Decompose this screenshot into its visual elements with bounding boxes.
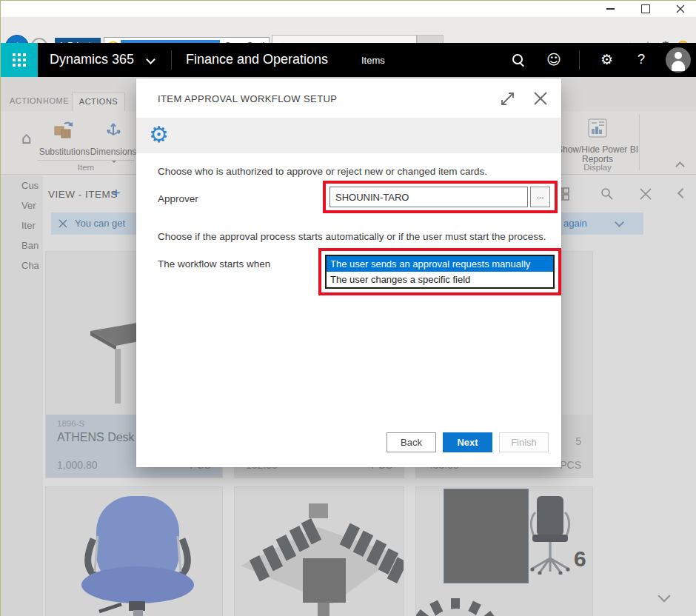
dialog-title: ITEM APPROVAL WORKFLOW SETUP — [158, 93, 337, 104]
close-icon — [676, 4, 685, 13]
minimize-icon — [606, 8, 615, 10]
annotation-red-box-listbox — [318, 248, 561, 295]
approver-label: Approver — [158, 193, 198, 204]
approver-instruction: Choose who is authorized to approve or r… — [158, 166, 487, 177]
chevron-down-icon — [146, 55, 155, 64]
item-approval-workflow-dialog: ITEM APPROVAL WORKFLOW SETUP ⚙ Choose wh… — [136, 78, 561, 467]
navbar-divider — [171, 50, 172, 70]
page-title: Items — [361, 55, 385, 66]
waffle-icon — [13, 53, 16, 56]
next-button[interactable]: Next — [443, 432, 492, 452]
feedback-smiley-icon[interactable]: ☺ — [546, 53, 561, 67]
workflow-instruction: Choose if the approval process starts au… — [158, 231, 546, 242]
workflow-starts-label: The workflow starts when — [158, 258, 270, 270]
window-close-button[interactable] — [668, 1, 693, 17]
user-avatar[interactable] — [666, 47, 691, 73]
browser-navigation-bar: InPrivate YALQBT&page=31&dc=0 View - It — [1, 17, 696, 43]
workflow-gear-icon: ⚙ — [149, 124, 169, 146]
app-name[interactable]: Finance and Operations — [186, 52, 328, 67]
settings-gear-icon[interactable]: ⚙ — [600, 53, 613, 67]
finish-button: Finish — [499, 432, 549, 452]
navbar-divider — [579, 50, 580, 70]
expand-dialog-icon[interactable] — [499, 90, 516, 107]
product-name[interactable]: Dynamics 365 — [50, 52, 134, 67]
help-icon[interactable]: ? — [638, 52, 645, 67]
maximize-icon — [641, 4, 650, 13]
annotation-red-box-approver — [323, 181, 558, 213]
browser-window: InPrivate YALQBT&page=31&dc=0 View - It — [0, 0, 696, 616]
window-minimize-button[interactable] — [598, 1, 623, 17]
window-maximize-button[interactable] — [633, 1, 658, 17]
search-icon[interactable] — [512, 53, 525, 67]
window-titlebar — [1, 1, 696, 17]
close-dialog-icon[interactable] — [532, 90, 549, 107]
dynamics-navbar: Dynamics 365 Finance and Operations Item… — [1, 43, 696, 77]
avatar-person-icon — [675, 52, 682, 59]
app-launcher-waffle-button[interactable] — [1, 43, 38, 77]
dialog-banner: ⚙ — [136, 118, 561, 153]
back-button[interactable]: Back — [387, 432, 436, 452]
